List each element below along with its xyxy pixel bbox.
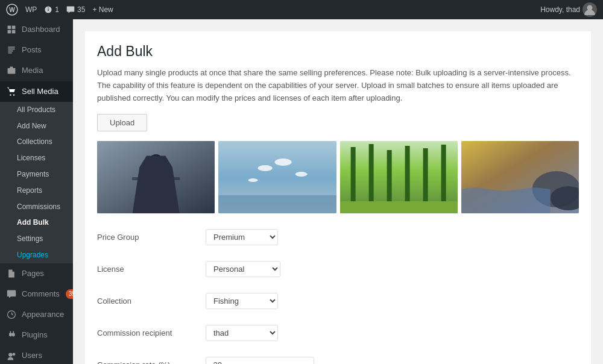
sidebar-item-plugins[interactable]: Plugins [0,325,73,345]
new-content-link[interactable]: + New [92,5,113,14]
svg-point-8 [10,94,11,95]
svg-rect-13 [97,141,215,213]
image-thumb-3 [340,141,458,213]
image-thumb-2 [218,141,336,213]
dashboard-icon [6,24,17,35]
collection-label: Collection [97,297,206,306]
price-group-control: Premium Standard Basic [206,229,278,245]
commission-rate-row: Commission rate (%) [97,353,579,364]
upload-button[interactable]: Upload [97,114,147,131]
image-thumb-1 [97,141,215,213]
sidebar-item-pages[interactable]: Pages [0,263,73,284]
submenu-add-bulk[interactable]: Add Bulk [0,215,73,231]
svg-rect-4 [12,26,16,30]
submenu-add-new[interactable]: Add New [0,118,73,134]
price-group-label: Price Group [97,233,206,242]
svg-rect-27 [405,146,409,201]
submenu-licenses[interactable]: Licenses [0,150,73,166]
submenu-upgrades[interactable]: Upgrades [0,247,73,263]
svg-rect-7 [8,68,16,74]
svg-point-20 [295,172,308,177]
collection-control: Fishing Nature Travel [206,293,278,309]
commission-rate-label: Commission rate (%) [97,360,206,364]
admin-sidebar: Dashboard Posts Media Sell Media All Pro… [0,19,73,364]
svg-rect-6 [12,30,16,34]
sidebar-item-comments[interactable]: Comments 35 [0,284,73,304]
license-row: License Personal Commercial Editorial [97,257,579,281]
posts-icon [6,45,17,55]
svg-rect-29 [441,145,446,201]
appearance-icon [6,309,17,320]
wp-logo-link[interactable]: W [6,4,18,16]
site-name-link[interactable]: WP [25,5,37,14]
sidebar-item-posts[interactable]: Posts [0,40,73,60]
svg-point-19 [275,158,292,166]
collection-row: Collection Fishing Nature Travel [97,289,579,313]
submenu-all-products[interactable]: All Products [0,102,73,118]
image-thumb-4 [461,141,579,213]
svg-point-9 [13,94,14,95]
svg-rect-28 [423,148,428,201]
license-label: License [97,265,206,274]
media-icon [6,65,17,76]
plugins-icon [6,330,17,340]
submenu-collections[interactable]: Collections [0,134,73,150]
main-content: Add Bulk Upload many single products at … [73,19,603,364]
svg-point-11 [8,353,12,356]
commission-recipient-select[interactable]: thad admin [206,325,278,341]
svg-rect-24 [350,147,355,201]
sidebar-item-users[interactable]: Users [0,345,73,364]
license-select[interactable]: Personal Commercial Editorial [206,261,280,277]
submenu-payments[interactable]: Payments [0,166,73,183]
svg-point-18 [258,165,273,171]
wp-wrap: Dashboard Posts Media Sell Media All Pro… [0,19,603,364]
svg-point-12 [13,353,16,356]
sidebar-item-appearance[interactable]: Appearance [0,304,73,325]
users-icon [6,351,17,362]
commission-recipient-row: Commission recipient thad admin [97,321,579,345]
comments-sidebar-icon [6,289,17,300]
commission-rate-input[interactable] [206,357,314,364]
svg-text:W: W [9,7,15,13]
svg-rect-15 [143,174,169,213]
page-title: Add Bulk [97,43,579,60]
svg-point-21 [248,178,258,182]
submenu-commissions[interactable]: Commissions [0,199,73,215]
cart-icon [6,86,17,97]
svg-point-14 [148,154,165,174]
admin-bar: W WP 1 35 + New Howdy, thad [0,0,603,19]
sidebar-item-sell-media[interactable]: Sell Media [0,81,73,102]
license-control: Personal Commercial Editorial [206,261,280,277]
price-group-row: Price Group Premium Standard Basic [97,225,579,249]
svg-rect-26 [387,150,391,201]
collection-select[interactable]: Fishing Nature Travel [206,293,278,309]
image-grid [97,141,579,213]
howdy-user[interactable]: Howdy, thad [540,2,597,17]
comments-link[interactable]: 35 [66,5,85,14]
commission-recipient-control: thad admin [206,325,278,341]
sidebar-item-media[interactable]: Media [0,60,73,81]
sell-media-submenu: All Products Add New Collections License… [0,102,73,263]
pages-icon [6,268,17,279]
commission-recipient-label: Commission recipient [97,328,206,337]
bulk-upload-form: Price Group Premium Standard Basic Licen… [97,225,579,364]
content-wrap: Add Bulk Upload many single products at … [85,31,591,364]
submenu-reports[interactable]: Reports [0,183,73,199]
sidebar-item-dashboard[interactable]: Dashboard [0,19,73,40]
svg-rect-5 [8,30,11,34]
page-description: Upload many single products at once that… [97,67,579,104]
updates-link[interactable]: 1 [44,5,59,14]
svg-rect-3 [8,26,11,30]
price-group-select[interactable]: Premium Standard Basic [206,229,278,245]
commission-rate-control [206,357,314,364]
svg-rect-30 [340,201,458,213]
svg-rect-16 [132,177,180,180]
svg-rect-22 [218,195,336,213]
submenu-settings[interactable]: Settings [0,231,73,247]
svg-rect-25 [368,144,373,201]
